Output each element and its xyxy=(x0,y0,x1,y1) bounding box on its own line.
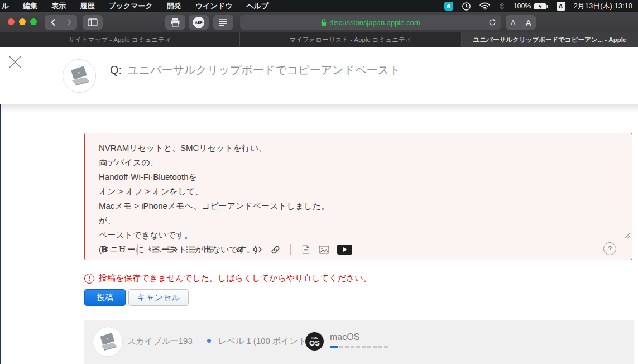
macos-badge-icon: mac OS xyxy=(305,332,324,351)
level-bullet xyxy=(207,339,211,343)
image-icon xyxy=(319,246,329,254)
footer-divider xyxy=(200,328,200,355)
close-icon xyxy=(8,55,22,69)
toolbar-separator xyxy=(224,244,224,255)
author-avatar xyxy=(93,327,123,357)
sidebar-icon xyxy=(88,18,98,26)
outdent-icon xyxy=(148,246,159,253)
wifi-icon[interactable] xyxy=(479,2,490,10)
minimize-window-button[interactable] xyxy=(19,18,26,25)
resize-grip-icon xyxy=(622,232,630,240)
author-name[interactable]: スカイブルー193 xyxy=(127,336,193,347)
editor-line: が、 xyxy=(99,213,615,228)
editor-line: NVRAMリセットと、SMCリセットを行い、 xyxy=(99,141,615,155)
bullet-list-icon xyxy=(204,246,214,253)
outdent-button[interactable] xyxy=(148,243,159,256)
battery-percent: 100% xyxy=(514,2,531,10)
author-card: スカイブルー193 レベル 1 (100 ポイント) mac OS macOS xyxy=(84,320,634,364)
menu-items: ル 編集 表示 履歴 ブックマーク 開発 ウインドウ ヘルプ xyxy=(0,1,268,11)
menu-item-history[interactable]: 履歴 xyxy=(80,1,94,11)
toolbar-separator xyxy=(137,244,138,255)
ordered-list-button[interactable] xyxy=(186,243,196,256)
chevron-left-icon xyxy=(50,18,56,26)
insert-image-button[interactable] xyxy=(319,243,329,256)
menu-item-help[interactable]: ヘルプ xyxy=(246,1,268,11)
printer-icon xyxy=(170,18,180,27)
macos-badge-bottom: OS xyxy=(309,339,320,347)
submit-button[interactable]: 投稿 xyxy=(84,289,126,306)
document-icon xyxy=(302,245,310,254)
input-source-icon[interactable]: A xyxy=(557,2,565,11)
menu-item-window[interactable]: ウインドウ xyxy=(195,1,233,11)
editor-line: Macメモ > iPhoneメモへ、コピーアンドペーストしました。 xyxy=(99,199,615,213)
author-level: レベル 1 (100 ポイント) xyxy=(218,336,309,347)
menu-item-bookmarks[interactable]: ブックマーク xyxy=(108,1,153,11)
sidebar-button[interactable] xyxy=(83,15,103,30)
battery-charging-icon xyxy=(534,3,548,10)
close-window-button[interactable] xyxy=(8,18,15,25)
question-header: Q: ユニバーサルクリップボードでコピーアンドペースト xyxy=(0,47,638,104)
play-icon xyxy=(342,247,347,252)
level-progress-bar xyxy=(330,346,388,348)
decrease-font-button[interactable]: A xyxy=(506,15,521,30)
eset-icon[interactable]: e xyxy=(444,2,453,11)
font-size-control: A A xyxy=(506,15,536,30)
link-button[interactable] xyxy=(270,243,280,256)
time-machine-icon[interactable] xyxy=(462,2,471,11)
error-banner: ! 投稿を保存できませんでした。しばらくしてからやり直してください。 xyxy=(84,273,372,284)
resize-handle[interactable] xyxy=(622,232,630,242)
question-title-row: Q: ユニバーサルクリップボードでコピーアンドペースト xyxy=(110,63,401,78)
reload-button[interactable] xyxy=(487,17,497,27)
menu-item-view[interactable]: 表示 xyxy=(51,1,66,11)
tab-followlist[interactable]: マイフォローリスト - Apple コミュニティ xyxy=(240,32,462,47)
tab-sitemap[interactable]: サイトマップ - Apple コミュニティ xyxy=(0,32,240,47)
reader-button[interactable] xyxy=(213,15,233,30)
tab-universal-clipboard[interactable]: ユニバーサルクリップボードでコピーアン... - Apple xyxy=(462,32,638,47)
editor-line: Handoff·Wi-Fi·Bluetoothを xyxy=(99,170,615,184)
header-shadow xyxy=(0,104,638,113)
page-title: ユニバーサルクリップボードでコピーアンドペースト xyxy=(127,63,400,78)
editor-line: ペーストできないです。 xyxy=(99,228,615,242)
url-text: discussionsjapan.apple.com xyxy=(329,18,420,27)
editor-line: オン > オフ > オンをして、 xyxy=(99,184,615,199)
editor-line: 両デバイスの、 xyxy=(99,155,615,170)
print-button[interactable] xyxy=(165,15,185,30)
battery-indicator[interactable]: 100% xyxy=(514,2,548,10)
reload-icon xyxy=(488,18,496,26)
help-button[interactable]: ? xyxy=(603,242,616,255)
avatar xyxy=(63,59,96,93)
menubar-clock[interactable]: 2月13日(木) 13:10 xyxy=(574,1,633,11)
cancel-button[interactable]: キャンセル xyxy=(128,289,189,306)
bluetooth-icon[interactable] xyxy=(498,2,505,11)
indent-button[interactable] xyxy=(167,243,178,256)
status-icons: e 100% xyxy=(444,1,638,11)
attach-document-button[interactable] xyxy=(301,243,311,256)
forward-button[interactable] xyxy=(61,15,77,30)
bold-button[interactable]: B xyxy=(99,243,109,256)
back-button[interactable] xyxy=(45,15,61,30)
link-icon xyxy=(271,245,280,255)
quote-button[interactable]: “ xyxy=(234,241,244,258)
reply-editor[interactable]: NVRAMリセットと、SMCリセットを行い、 両デバイスの、 Handoff·W… xyxy=(84,133,632,260)
code-button[interactable] xyxy=(252,243,262,256)
product-label[interactable]: macOS xyxy=(330,332,359,342)
indent-icon xyxy=(167,246,178,253)
editor-textarea[interactable]: NVRAMリセットと、SMCリセットを行い、 両デバイスの、 Handoff·W… xyxy=(99,141,615,257)
increase-font-button[interactable]: A xyxy=(521,15,536,30)
underline-button[interactable]: U xyxy=(117,243,127,256)
laptop-avatar-icon xyxy=(97,331,119,353)
menu-item-file-partial[interactable]: ル xyxy=(2,1,9,11)
reader-icon xyxy=(219,18,228,26)
close-button[interactable] xyxy=(8,55,22,69)
menu-item-edit[interactable]: 編集 xyxy=(23,1,37,11)
error-message: 投稿を保存できませんでした。しばらくしてからやり直してください。 xyxy=(99,273,372,284)
menu-item-develop[interactable]: 開発 xyxy=(167,1,181,11)
zoom-window-button[interactable] xyxy=(30,18,37,25)
editor-toolbar: B U xyxy=(99,243,352,256)
bullet-list-button[interactable] xyxy=(204,243,214,256)
adblock-button[interactable]: ABP xyxy=(189,15,209,30)
code-icon xyxy=(252,246,262,253)
address-bar[interactable]: discussionsjapan.apple.com xyxy=(240,15,501,30)
error-icon: ! xyxy=(84,274,94,284)
insert-video-button[interactable] xyxy=(337,245,352,255)
